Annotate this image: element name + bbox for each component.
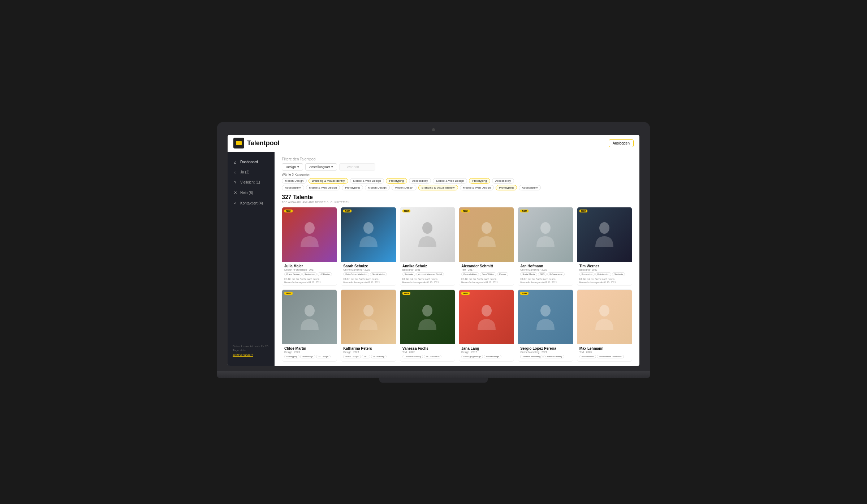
talent-card-jan[interactable]: NEU Jan Hofmann Online Marketing · 2022 …	[518, 207, 573, 286]
new-badge-tim: NEU	[579, 210, 588, 212]
tag-accessibility-4[interactable]: Accessibility	[519, 185, 541, 190]
talent-tag: UX Design	[318, 272, 332, 276]
license-link[interactable]: Jetzt verlängern	[233, 353, 269, 357]
tag-mobile-web-1[interactable]: Mobile & Web Design	[350, 178, 384, 184]
filter-dropdown-design[interactable]: Design ▾	[282, 163, 303, 171]
talent-card-annika[interactable]: NEU Annika Scholz Beratung · 2021 Strate…	[400, 207, 455, 286]
sidebar-item-ja[interactable]: ○ Ja (2)	[228, 167, 275, 177]
sidebar-item-kontaktiert[interactable]: ✓ Kontaktiert (4)	[228, 198, 275, 208]
svg-point-2	[422, 222, 432, 234]
filter-section: Filtere den Talentpool Design ▾ Anstellu…	[282, 157, 632, 190]
category-label: Wähle 3 Kategorien	[282, 173, 632, 176]
talent-name-chloe: Chloé Martin	[284, 346, 335, 350]
topbar: Talentpool Ausloggen	[228, 135, 639, 152]
talent-tag: Elstdirektion	[595, 272, 612, 276]
filter-dropdown-anstellungsart[interactable]: Anstellungsart ▾	[305, 163, 337, 171]
chevron-down-icon-2: ▾	[331, 165, 333, 169]
talent-tag: Prototyping	[284, 355, 299, 358]
filter-wohnort-label: Wohnort	[347, 165, 359, 169]
talent-info-annika: Annika Scholz Beratung · 2021 Strategie …	[400, 262, 455, 285]
logo-icon-inner	[236, 141, 242, 145]
talent-card-max[interactable]: Max Lehmann Text · 2023 Werbetexten Soci…	[577, 289, 632, 362]
tag-accessibility-1[interactable]: Accessibility	[409, 178, 431, 184]
tags-row-1: Motion Design Branding & Visual Identity…	[282, 178, 632, 184]
talent-name-annika: Annika Scholz	[402, 264, 453, 268]
svg-point-9	[482, 305, 492, 316]
tag-mobile-web-4[interactable]: Mobile & Web Design	[460, 185, 494, 190]
sidebar-item-dashboard[interactable]: ⌂ Dashboard	[228, 157, 275, 167]
talent-tag: Copy Writing	[480, 272, 496, 276]
talent-card-katharina[interactable]: Katharina Peters Design · 2023 Brand Des…	[341, 289, 396, 362]
talent-name-jan: Jan Hofmann	[520, 264, 570, 268]
tag-motion-design-2[interactable]: Motion Design	[365, 185, 390, 190]
tag-branding-2[interactable]: Branding & Visual Identity	[418, 185, 458, 190]
filter-anstellungsart-label: Anstellungsart	[309, 165, 330, 169]
talent-bio-annika: Ich bin auf der Suche nach neuen Herausf…	[402, 277, 453, 284]
talent-card-sergio[interactable]: NEU Sergio Lopez Pereira Online Marketin…	[518, 289, 573, 362]
sidebar-item-nein[interactable]: ✕ Nein (8)	[228, 188, 275, 198]
tag-prototyping-3[interactable]: Prototyping	[342, 185, 363, 190]
talent-role-jan: Online Marketing · 2022	[520, 268, 570, 271]
filter-dropdown-wohnort[interactable]: Wohnort	[339, 163, 375, 171]
talent-name-max: Max Lehmann	[579, 346, 630, 350]
talent-role-chloe: Design · 2023	[284, 351, 335, 353]
logo-area: Talentpool	[233, 138, 280, 148]
talent-tags-jan: Social Media SEO E-Commerce	[520, 272, 570, 276]
talent-tag: Illustration	[302, 272, 316, 276]
tag-prototyping-2[interactable]: Prototyping	[469, 178, 490, 184]
talent-tags-alexander: Blogredaktion Copy Writing Presse	[461, 272, 512, 276]
talent-name-sarah: Sarah Schulze	[343, 264, 393, 268]
logout-button[interactable]: Ausloggen	[609, 139, 634, 147]
talent-photo-chloe	[282, 290, 337, 344]
app-body: ⌂ Dashboard ○ Ja (2) ? Vielleicht (1)	[228, 152, 639, 366]
sidebar-label-ja: Ja (2)	[240, 170, 250, 174]
talent-name-julia: Julia Maier	[284, 264, 335, 268]
talent-tag: Brand Design	[484, 355, 501, 358]
talent-role-annika: Beratung · 2021	[402, 268, 453, 271]
tag-prototyping-4[interactable]: Prototyping	[496, 185, 517, 190]
talent-info-katharina: Katharina Peters Design · 2023 Brand Des…	[341, 344, 396, 361]
talent-tag: Strategie	[612, 272, 625, 276]
tag-motion-design-1[interactable]: Motion Design	[282, 178, 307, 184]
talent-photo-sergio	[518, 290, 573, 344]
app-wrapper: Talentpool Ausloggen ⌂ Dashboard ○ Ja (2…	[228, 135, 639, 366]
talent-bio-jan: Ich bin auf der Suche nach neuen Herausf…	[520, 277, 570, 284]
talent-tag: Packaging Design	[461, 355, 483, 358]
talent-card-tim[interactable]: NEU Tim Werner Beratung · 2022 Konzeptio…	[577, 207, 632, 286]
tag-branding-1[interactable]: Branding & Visual Identity	[309, 178, 348, 184]
sidebar-label-dashboard: Dashboard	[240, 160, 258, 164]
license-info: Deine Lizenz ist noch für 25 Tage aktiv …	[228, 341, 275, 361]
talent-tags-sergio: Amazon Marketing Online Marketing	[520, 355, 570, 358]
tag-mobile-web-3[interactable]: Mobile & Web Design	[306, 185, 340, 190]
svg-point-5	[599, 222, 609, 234]
tag-accessibility-2[interactable]: Accessibility	[492, 178, 514, 184]
sidebar-item-vielleicht[interactable]: ? Vielleicht (1)	[228, 177, 275, 188]
new-badge-julia: NEU	[284, 210, 293, 212]
talent-tags-julia: Brand Design Illustration UX Design	[284, 272, 335, 276]
tag-accessibility-3[interactable]: Accessibility	[282, 185, 304, 190]
talent-tag: Presse	[497, 272, 508, 276]
sidebar: ⌂ Dashboard ○ Ja (2) ? Vielleicht (1)	[228, 152, 275, 366]
tag-prototyping-1[interactable]: Prototyping	[386, 178, 407, 184]
check-icon: ✓	[233, 201, 238, 206]
talent-card-jana[interactable]: NEU Jana Lang Design · 2017 Packaging De…	[459, 289, 514, 362]
talent-info-julia: Julia Maier Design / Fotodesign · 2017 B…	[282, 262, 337, 285]
talent-card-vanessa[interactable]: NEU Vanessa Fuchs Text · 2022 Technical …	[400, 289, 455, 362]
tag-mobile-web-2[interactable]: Mobile & Web Design	[433, 178, 467, 184]
talent-tags-max: Werbetexten Social Media Redaktion	[579, 355, 630, 358]
talent-role-sergio: Online Marketing · 2021	[520, 351, 570, 353]
talent-card-julia[interactable]: NEU Julia Maier Design / Fotodesign · 20…	[282, 207, 337, 286]
filter-dropdowns-row: Design ▾ Anstellungsart ▾ Wohnort	[282, 163, 632, 171]
talent-role-jana: Design · 2017	[461, 351, 512, 353]
talent-card-chloe[interactable]: NEU Chloé Martin Design · 2023 Prototypi…	[282, 289, 337, 362]
talent-card-sarah[interactable]: NEU Sarah Schulze Online Marketing · 202…	[341, 207, 396, 286]
talent-tag: 3D Design	[316, 355, 331, 358]
talent-card-alexander[interactable]: NEU Alexander Schmitt Text · 2017 Blogre…	[459, 207, 514, 286]
talent-bio-julia: Ich bin auf der Suche nach neuen Herausf…	[284, 277, 335, 284]
talent-photo-julia	[282, 207, 337, 262]
talent-photo-alexander	[459, 207, 514, 262]
talent-tag: SEO Texter*in	[424, 355, 442, 358]
tag-motion-design-3[interactable]: Motion Design	[392, 185, 417, 190]
new-badge-annika: NEU	[402, 210, 411, 212]
filter-label: Filtere den Talentpool	[282, 157, 632, 161]
